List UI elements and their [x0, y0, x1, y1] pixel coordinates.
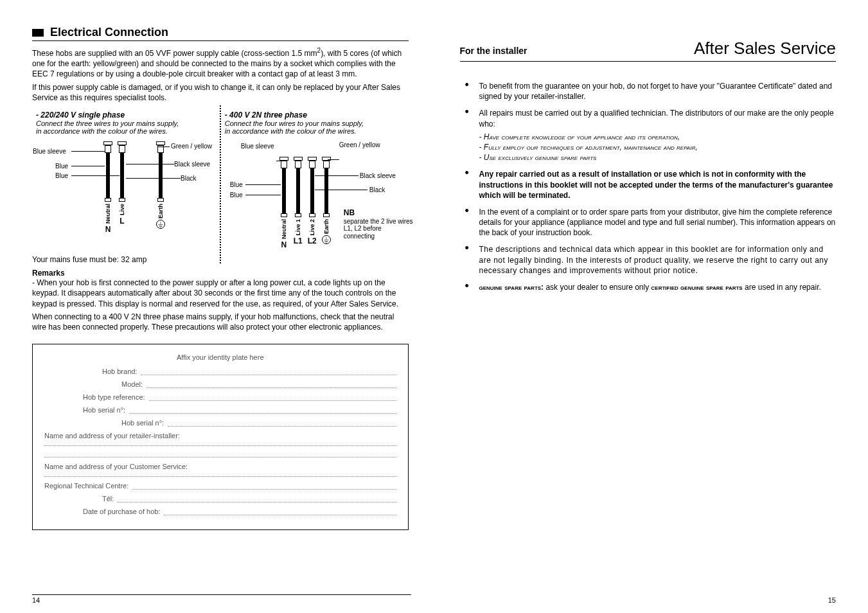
bullet-1: To benefit from the guarantee on your ho…: [479, 81, 837, 102]
terminal-l1: L1: [294, 236, 303, 245]
remarks-p1: - When your hob is first connected to th…: [32, 278, 409, 309]
nb-note: NB separate the 2 live wires L1, L2 befo…: [344, 209, 414, 240]
label-blue2: Blue: [55, 172, 68, 179]
terminal-n: N: [105, 225, 111, 234]
label-black-sleeve: Black sleeve: [174, 161, 210, 168]
wire-earth: Earth ⏚: [156, 141, 165, 229]
intro-paragraph-1: These hobs are supplied with an 05 VVF p…: [32, 46, 409, 80]
identity-box: Affix your identity plate here Hob brand…: [32, 344, 409, 530]
bullet-2-item1: - Have complete knowledge of your applia…: [479, 132, 837, 142]
nb-heading: NB: [344, 209, 414, 218]
bullet-2: All repairs must be carried out by a qua…: [479, 108, 837, 163]
label-neutral: Neutral: [281, 219, 287, 239]
label-black-sleeve: Black sleeve: [360, 172, 396, 179]
id-rtc-field[interactable]: [132, 483, 396, 490]
wire-live: Live L: [118, 141, 127, 226]
id-date-label: Date of purchase of hob:: [83, 508, 160, 515]
bullet-6-end: are used in any repair.: [743, 283, 821, 292]
three-phase-note1: Connect the four wires to your mains sup…: [225, 120, 405, 127]
right-header: For the installer After Sales Service: [460, 39, 837, 62]
id-typeref-label: Hob type reference:: [83, 393, 145, 401]
single-phase-note1: Connect the three wires to your mains su…: [36, 120, 216, 127]
wiring-columns: - 220/240 V single phase Connect the thr…: [32, 105, 409, 263]
left-page: Electrical Connection These hobs are sup…: [32, 26, 409, 600]
id-tel-field[interactable]: [118, 496, 396, 502]
bullet-6-mid: ask your dealer to ensure only: [544, 283, 651, 292]
label-black: Black: [181, 175, 196, 182]
label-blue1: Blue: [55, 163, 68, 170]
single-phase-note2: in accordance with the colour of the wir…: [36, 127, 216, 135]
single-phase-heading: - 220/240 V single phase: [36, 111, 216, 120]
bullet-5: The descriptions and technical data whic…: [479, 244, 837, 276]
id-rtc-label: Regional Technical Centre:: [44, 482, 128, 490]
wiring-three-phase: - 400 V 2N three phase Connect the four …: [220, 105, 409, 263]
label-blue-sleeve: Blue sleeve: [33, 148, 66, 155]
label-live2: Live 2: [309, 219, 315, 236]
label-blue1: Blue: [230, 181, 243, 188]
id-model-label: Model:: [121, 380, 143, 388]
remarks-p2: When connecting to a 400 V 2N three phas…: [32, 312, 409, 332]
page-number-left: 14: [32, 594, 411, 604]
nb-body: separate the 2 live wires L1, L2 before …: [344, 218, 414, 240]
id-brand-field[interactable]: [141, 369, 396, 375]
three-phase-diagram: Neutral N Live 1 L1 Live 2 L2: [225, 141, 405, 263]
label-blue2: Blue: [230, 191, 243, 199]
bullet-6-strong1: genuine spare parts:: [479, 283, 544, 292]
id-retailer-label: Name and address of your retailer-instal…: [44, 432, 180, 440]
terminal-l: L: [120, 217, 124, 226]
id-serial2-label: Hob serial n°:: [121, 419, 164, 427]
id-service-field[interactable]: [44, 470, 396, 477]
label-live: Live: [119, 204, 125, 215]
label-blue-sleeve: Blue sleeve: [241, 143, 274, 150]
label-black: Black: [369, 186, 385, 193]
id-service-label: Name and address of your Customer Servic…: [44, 463, 188, 470]
bullet-list: To benefit from the guarantee on your ho…: [460, 81, 837, 292]
wire-neutral: Neutral N: [279, 157, 288, 249]
bullet-6: genuine spare parts: ask your dealer to …: [479, 282, 837, 292]
header-installer: For the installer: [460, 46, 527, 56]
id-retailer-field2[interactable]: [44, 451, 396, 458]
wire-live1: Live 1 L1: [294, 157, 303, 246]
terminal-n: N: [281, 240, 287, 249]
page-number-right: 15: [828, 596, 836, 604]
id-brand-label: Hob brand:: [102, 368, 137, 375]
label-earth: Earth: [323, 219, 330, 234]
ground-icon: ⏚: [156, 220, 165, 229]
ground-icon: ⏚: [322, 235, 331, 244]
id-serial1-label: Hob serial n°:: [83, 406, 125, 414]
three-phase-heading: - 400 V 2N three phase: [225, 111, 405, 120]
bullet-6-strong2: certified genuine spare parts: [651, 283, 743, 292]
three-phase-note2: in accordance with the colour of the wir…: [225, 127, 405, 135]
right-page: For the installer After Sales Service To…: [460, 26, 837, 600]
label-live1: Live 1: [295, 219, 301, 236]
label-neutral: Neutral: [105, 204, 111, 224]
wire-live2: Live 2 L2: [308, 157, 317, 246]
bullet-3: Any repair carried out as a result of in…: [479, 169, 837, 200]
wire-neutral: Neutral N: [103, 141, 112, 234]
single-phase-diagram: Neutral N Live L Earth ⏚: [36, 141, 216, 263]
wire-earth: Earth ⏚: [322, 157, 331, 244]
wiring-single-phase: - 220/240 V single phase Connect the thr…: [32, 105, 220, 263]
id-tel-label: Tél:: [102, 495, 114, 502]
id-serial2-field[interactable]: [168, 420, 396, 427]
bullet-4: In the event of a complaint or to order …: [479, 207, 837, 238]
section-header: Electrical Connection: [32, 26, 409, 41]
id-model-field[interactable]: [146, 382, 396, 388]
bullet-3-text: Any repair carried out as a result of in…: [479, 170, 833, 199]
intro-paragraph-2: If this power supply cable is damaged, o…: [32, 82, 409, 103]
section-marker-icon: [32, 29, 44, 37]
id-serial1-field[interactable]: [129, 407, 396, 414]
id-date-field[interactable]: [164, 509, 396, 515]
id-typeref-field[interactable]: [149, 395, 396, 401]
id-title: Affix your identity plate here: [177, 353, 264, 361]
id-retailer-field1[interactable]: [44, 440, 396, 446]
bullet-2-item2: - Fully employ our techniques of adjustm…: [479, 142, 837, 152]
label-green-yellow: Green / yellow: [339, 141, 380, 148]
label-earth: Earth: [157, 204, 164, 218]
terminal-l2: L2: [308, 236, 317, 245]
label-green-yellow: Green / yellow: [171, 143, 212, 150]
intro-text: These hobs are supplied with an 05 VVF p…: [32, 49, 317, 58]
remarks-title: Remarks: [32, 269, 409, 278]
section-title: Electrical Connection: [50, 26, 168, 39]
bullet-2-lead: All repairs must be carried out by a qua…: [479, 109, 834, 128]
